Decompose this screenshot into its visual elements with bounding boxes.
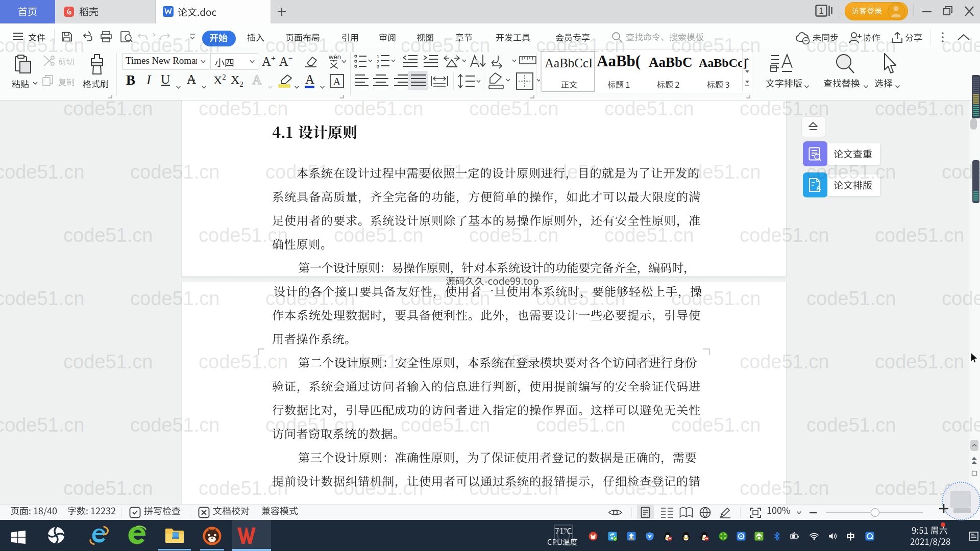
svg-text:1: 1 [377,54,379,59]
svg-text:2: 2 [377,59,379,64]
svg-text:1: 1 [819,7,824,15]
svg-text:A: A [333,76,341,87]
svg-text:3: 3 [377,64,379,69]
svg-text:A: A [816,184,821,192]
